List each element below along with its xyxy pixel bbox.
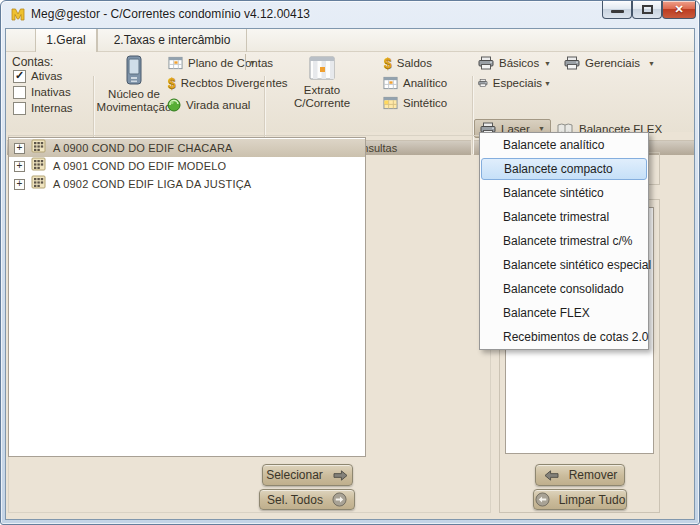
building-icon [31, 157, 46, 175]
menu-item[interactable]: Balancete analítico [480, 133, 648, 157]
minimize-button[interactable] [602, 1, 632, 19]
recbtos-divergentes-button[interactable]: $ Recbtos Divergentes [168, 74, 288, 92]
tree-row[interactable]: + A 0902 COND EDIF LIGA DA JUSTIÇA [9, 175, 365, 193]
tree-row[interactable]: + A 0900 COND DO EDIF CHACARA [9, 139, 365, 157]
tree-item-label: A 0901 COND DO EDIF MODELO [53, 160, 226, 172]
gerenciais-dropdown[interactable]: ▼ [648, 54, 655, 72]
especiais-button[interactable]: Especiais [478, 74, 542, 92]
contas-label: Contas: [12, 55, 53, 69]
remover-button[interactable]: Remover [535, 464, 625, 486]
screenshot: Meg@gestor - C/Correntes condomínio v4.1… [0, 0, 700, 525]
recbtos-divergentes-label: Recbtos Divergentes [181, 77, 288, 89]
close-button[interactable]: ✕ [662, 1, 696, 19]
checkbox-inativas-box[interactable] [13, 86, 26, 99]
tree-item-label: A 0902 COND EDIF LIGA DA JUSTIÇA [53, 178, 251, 190]
tab-geral[interactable]: 1.Geral [35, 29, 97, 52]
especiais-label: Especiais [493, 77, 542, 89]
ribbon: Contas: ✓ Ativas Inativas Internas [6, 52, 694, 132]
circle-left-arrow-icon [535, 492, 550, 507]
maximize-icon [642, 5, 653, 14]
circle-right-arrow-icon [332, 492, 347, 507]
nucleo-movimentacao-button[interactable]: Núcleo de Movimentação [94, 55, 174, 114]
menu-item[interactable]: Balancete sintético especial [480, 253, 648, 277]
sintetico-label: Sintético [403, 97, 447, 109]
checkbox-ativas[interactable]: ✓ Ativas [13, 69, 62, 83]
dollar-icon: $ [384, 56, 392, 70]
building-icon [31, 139, 46, 157]
checkbox-ativas-box[interactable]: ✓ [13, 70, 26, 83]
basicos-label: Básicos [499, 57, 539, 69]
window-content: 1.Geral 2.Taxas e intercâmbio Contas: ✓ … [5, 28, 695, 520]
minimize-icon [611, 10, 624, 13]
building-icon [31, 175, 46, 193]
limpar-tudo-label: Limpar Tudo [559, 493, 626, 507]
checkbox-inativas-label: Inativas [31, 86, 71, 98]
gerenciais-button[interactable]: Gerenciais [564, 54, 644, 72]
especiais-dropdown[interactable]: ▼ [544, 74, 551, 92]
tab-strip: 1.Geral 2.Taxas e intercâmbio [6, 29, 694, 52]
chevron-down-icon: ▼ [249, 59, 256, 66]
saldos-button[interactable]: $ Saldos [384, 54, 432, 72]
saldos-label: Saldos [397, 57, 432, 69]
chevron-down-icon: ▼ [648, 60, 655, 67]
sel-todos-button[interactable]: Sel. Todos [259, 489, 355, 510]
table-icon [383, 76, 398, 90]
plano-de-contas-dropdown[interactable]: ▼ [245, 54, 259, 70]
checkbox-internas[interactable]: Internas [13, 101, 73, 115]
tree-row[interactable]: + A 0901 COND DO EDIF MODELO [9, 157, 365, 175]
app-logo-icon [10, 6, 26, 22]
title-bar[interactable]: Meg@gestor - C/Correntes condomínio v4.1… [1, 1, 699, 28]
checkbox-internas-box[interactable] [13, 102, 26, 115]
menu-item[interactable]: Balancete trimestral c/% [480, 229, 648, 253]
laser-dropdown-menu: Balancete analítico Balancete compacto B… [479, 132, 649, 350]
printer-icon [478, 56, 494, 70]
table-yellow-icon [383, 96, 398, 110]
condominios-tree[interactable]: + A 0900 COND DO EDIF CHACARA + A 0901 C… [8, 137, 366, 457]
limpar-tudo-button[interactable]: Limpar Tudo [533, 489, 627, 510]
gerenciais-label: Gerenciais [585, 57, 640, 69]
basicos-dropdown[interactable]: ▼ [544, 54, 551, 72]
menu-item[interactable]: Balancete FLEX [480, 301, 648, 325]
checkbox-inativas[interactable]: Inativas [13, 85, 71, 99]
menu-item[interactable]: Balancete trimestral [480, 205, 648, 229]
extrato-ccorrente-button[interactable]: Extrato C/Corrente [289, 55, 355, 110]
right-arrow-icon [332, 469, 349, 482]
printer-icon [478, 76, 488, 90]
sintetico-button[interactable]: Sintético [383, 94, 447, 112]
expand-icon[interactable]: + [14, 179, 25, 190]
extrato-ccorrente-label: Extrato C/Corrente [289, 84, 355, 110]
menu-item[interactable]: Recebimentos de cotas 2.0 [480, 325, 648, 349]
expand-icon[interactable]: + [14, 161, 25, 172]
tab-taxas[interactable]: 2.Taxas e intercâmbio [97, 29, 247, 52]
table-icon [168, 56, 183, 70]
chevron-down-icon: ▼ [544, 60, 551, 67]
phone-icon [124, 55, 144, 85]
sel-todos-label: Sel. Todos [267, 493, 323, 507]
left-arrow-icon [543, 469, 560, 482]
basicos-button[interactable]: Básicos [478, 54, 542, 72]
chevron-down-icon: ▼ [538, 125, 545, 132]
plano-de-contas-label: Plano de Contas [188, 57, 273, 69]
dollar-icon: $ [168, 76, 176, 90]
checkbox-ativas-label: Ativas [31, 70, 62, 82]
chevron-down-icon: ▼ [544, 80, 551, 87]
globe-icon [167, 98, 181, 112]
printer-icon [564, 56, 580, 70]
close-icon: ✕ [663, 3, 695, 16]
analitico-button[interactable]: Analítico [383, 74, 447, 92]
nucleo-movimentacao-label: Núcleo de Movimentação [94, 88, 174, 114]
menu-item[interactable]: Balancete sintético [480, 181, 648, 205]
virada-anual-button[interactable]: Virada anual [167, 96, 250, 114]
check-icon: ✓ [15, 69, 24, 82]
analitico-label: Analítico [403, 77, 447, 89]
checkbox-internas-label: Internas [31, 102, 73, 114]
remover-label: Remover [569, 468, 618, 482]
expand-icon[interactable]: + [14, 143, 25, 154]
menu-item[interactable]: Balancete consolidado [480, 277, 648, 301]
menu-item-selected[interactable]: Balancete compacto [481, 158, 647, 180]
selecionar-button[interactable]: Selecionar [262, 464, 353, 486]
maximize-button[interactable] [632, 1, 662, 19]
virada-anual-label: Virada anual [186, 99, 250, 111]
tree-item-label: A 0900 COND DO EDIF CHACARA [53, 142, 233, 154]
window-title: Meg@gestor - C/Correntes condomínio v4.1… [31, 7, 310, 21]
